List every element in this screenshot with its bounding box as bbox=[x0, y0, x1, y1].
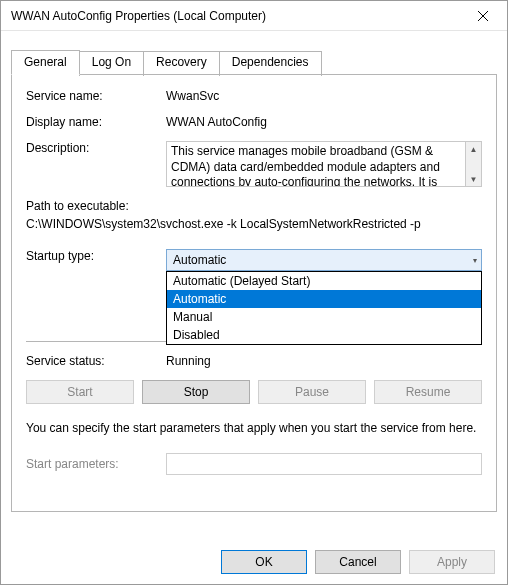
pause-button: Pause bbox=[258, 380, 366, 404]
tabstrip: General Log On Recovery Dependencies bbox=[11, 49, 497, 74]
start-params-label: Start parameters: bbox=[26, 457, 166, 471]
dialog-window: WWAN AutoConfig Properties (Local Comput… bbox=[0, 0, 508, 585]
scroll-down-icon[interactable]: ▼ bbox=[466, 172, 481, 186]
tab-general[interactable]: General bbox=[11, 50, 80, 75]
tab-logon[interactable]: Log On bbox=[79, 51, 144, 76]
display-name-value: WWAN AutoConfig bbox=[166, 115, 482, 129]
dialog-body: General Log On Recovery Dependencies Ser… bbox=[1, 31, 507, 562]
service-name-value: WwanSvc bbox=[166, 89, 482, 103]
option-disabled[interactable]: Disabled bbox=[167, 326, 481, 344]
apply-button: Apply bbox=[409, 550, 495, 574]
start-button: Start bbox=[26, 380, 134, 404]
service-name-label: Service name: bbox=[26, 89, 166, 103]
close-button[interactable] bbox=[461, 2, 505, 30]
startup-type-label: Startup type: bbox=[26, 249, 166, 271]
scroll-up-icon[interactable]: ▲ bbox=[466, 142, 481, 156]
service-control-buttons: Start Stop Pause Resume bbox=[26, 380, 482, 404]
stop-button[interactable]: Stop bbox=[142, 380, 250, 404]
path-label: Path to executable: bbox=[26, 199, 482, 213]
description-text[interactable]: This service manages mobile broadband (G… bbox=[166, 141, 466, 187]
close-icon bbox=[478, 11, 488, 21]
start-params-input bbox=[166, 453, 482, 475]
start-params-help: You can specify the start parameters tha… bbox=[26, 420, 482, 437]
dialog-buttons: OK Cancel Apply bbox=[221, 550, 495, 574]
option-manual[interactable]: Manual bbox=[167, 308, 481, 326]
cancel-button[interactable]: Cancel bbox=[315, 550, 401, 574]
service-status-label: Service status: bbox=[26, 354, 166, 368]
option-automatic-delayed[interactable]: Automatic (Delayed Start) bbox=[167, 272, 481, 290]
tab-panel-general: Service name: WwanSvc Display name: WWAN… bbox=[11, 74, 497, 512]
startup-type-listbox[interactable]: Automatic (Delayed Start) Automatic Manu… bbox=[166, 271, 482, 345]
path-value: C:\WINDOWS\system32\svchost.exe -k Local… bbox=[26, 217, 482, 231]
titlebar: WWAN AutoConfig Properties (Local Comput… bbox=[1, 1, 507, 31]
startup-type-selected-text: Automatic bbox=[173, 253, 226, 267]
startup-type-selected[interactable]: Automatic ▾ bbox=[166, 249, 482, 271]
tab-recovery[interactable]: Recovery bbox=[143, 51, 220, 76]
tab-dependencies[interactable]: Dependencies bbox=[219, 51, 322, 76]
display-name-label: Display name: bbox=[26, 115, 166, 129]
description-label: Description: bbox=[26, 141, 166, 187]
description-scrollbar[interactable]: ▲ ▼ bbox=[466, 141, 482, 187]
service-status-value: Running bbox=[166, 354, 482, 368]
option-automatic[interactable]: Automatic bbox=[167, 290, 481, 308]
window-title: WWAN AutoConfig Properties (Local Comput… bbox=[11, 9, 266, 23]
ok-button[interactable]: OK bbox=[221, 550, 307, 574]
chevron-down-icon: ▾ bbox=[473, 256, 477, 265]
resume-button: Resume bbox=[374, 380, 482, 404]
startup-type-combo[interactable]: Automatic ▾ Automatic (Delayed Start) Au… bbox=[166, 249, 482, 271]
